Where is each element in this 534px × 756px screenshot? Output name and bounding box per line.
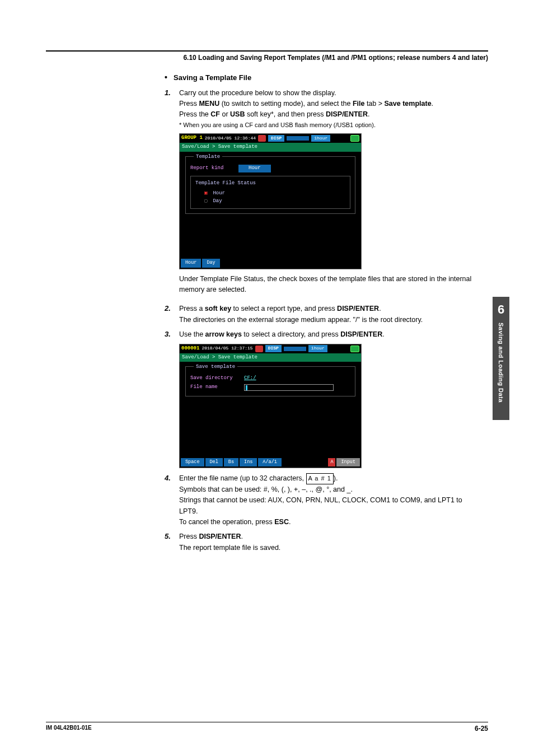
- file-name-input[interactable]: [244, 384, 334, 391]
- report-kind-label: Report kind: [190, 165, 235, 172]
- report-kind-value[interactable]: Hour: [238, 165, 271, 172]
- status-title: Template File Status: [195, 180, 345, 188]
- record-icon: [258, 135, 266, 142]
- step4-symbols: Symbols that can be used: #, %, (, ), +,…: [179, 484, 478, 495]
- softkey-day[interactable]: Day: [202, 259, 219, 267]
- softkey-space[interactable]: Space: [181, 458, 204, 466]
- ss1-group: GROUP 1: [181, 134, 203, 142]
- checkbox-on-icon: ▣: [204, 190, 207, 198]
- step3-line1: Use the arrow keys to select a directory…: [179, 329, 478, 340]
- checkbox-off-icon: ▢: [204, 198, 207, 206]
- status-day: Day: [213, 198, 222, 206]
- step4-strings: Strings that cannot be used: AUX, CON, P…: [179, 495, 478, 517]
- save-dir-value[interactable]: CF:/: [244, 375, 256, 382]
- softkey-del[interactable]: Del: [205, 458, 223, 466]
- ss1-datetime: 2010/04/05 12:36:44: [205, 135, 256, 142]
- record-icon: [255, 346, 263, 352]
- disp-label: DISP: [268, 135, 284, 142]
- disp-label: DISP: [265, 345, 282, 352]
- panel-title: Save template: [194, 363, 237, 371]
- ss2-datetime: 2010/04/05 12:37:15: [202, 345, 252, 352]
- interval-badge: 1hour: [311, 135, 330, 142]
- media-icon: [350, 135, 359, 142]
- interval-badge: 1hour: [308, 345, 327, 352]
- step5-line2: The report template file is saved.: [179, 543, 478, 553]
- step2-line1: Press a soft key to select a report type…: [179, 304, 478, 314]
- breadcrumb: Save/Load > Save template: [180, 353, 361, 362]
- page-footer: IM 04L42B01-01E 6-25: [46, 722, 488, 732]
- page-number: 6-25: [475, 725, 488, 732]
- section-header: 6.10 Loading and Saving Report Templates…: [46, 54, 488, 62]
- step-number-2: 2.: [165, 303, 179, 314]
- softkey-bs[interactable]: Bs: [224, 458, 238, 466]
- media-icon: [350, 346, 359, 352]
- step1-text: Carry out the procedure below to show th…: [179, 88, 478, 99]
- softkey-ins[interactable]: Ins: [240, 458, 257, 466]
- step-number-3: 3.: [165, 329, 179, 340]
- step4-cancel: To cancel the operation, press ESC.: [179, 517, 478, 528]
- step-number-4: 4.: [165, 473, 179, 484]
- breadcrumb: Save/Load > Save template: [180, 143, 361, 152]
- softkey-mode[interactable]: A/a/1: [258, 458, 282, 466]
- step1-footnote: * When you are using a CF card and USB f…: [185, 120, 478, 130]
- ss2-group: 000001: [181, 345, 199, 353]
- panel-title: Template: [194, 153, 222, 161]
- softkey-hour[interactable]: Hour: [181, 259, 201, 267]
- status-hour: Hour: [213, 190, 225, 198]
- chapter-tab: 6 Saving and Loading Data: [493, 297, 509, 420]
- step-number-1: 1.: [165, 87, 179, 99]
- save-dir-label: Save directory: [190, 375, 240, 382]
- step1-detail-1: Press MENU (to switch to setting mode), …: [179, 99, 478, 109]
- device-screenshot-1: GROUP 1 2010/04/05 12:36:44 DISP 1hour S…: [179, 133, 362, 269]
- char-mode-box: A a # 1: [306, 473, 334, 484]
- step-number-5: 5.: [165, 531, 179, 542]
- step1-detail-2: Press the CF or USB soft key*, and then …: [179, 109, 478, 120]
- chapter-title: Saving and Loading Data: [498, 323, 504, 403]
- chapter-number: 6: [498, 302, 504, 317]
- softkey-input[interactable]: Input: [336, 458, 360, 466]
- device-screenshot-2: 000001 2010/04/05 12:37:15 DISP 1hour Sa…: [179, 344, 362, 469]
- bullet-title: Saving a Template File: [174, 72, 251, 83]
- file-name-label: File name: [190, 384, 240, 391]
- step2-line2: The directories on the external storage …: [179, 315, 478, 325]
- step4-line1: Enter the file name (up to 32 characters…: [179, 473, 478, 484]
- doc-number: IM 04L42B01-01E: [46, 725, 92, 732]
- bullet-dot: •: [165, 72, 174, 84]
- step5-line1: Press DISP/ENTER.: [179, 531, 478, 542]
- softkey-a[interactable]: A: [328, 458, 335, 466]
- after-ss1-text: Under Template File Status, the check bo…: [179, 274, 478, 296]
